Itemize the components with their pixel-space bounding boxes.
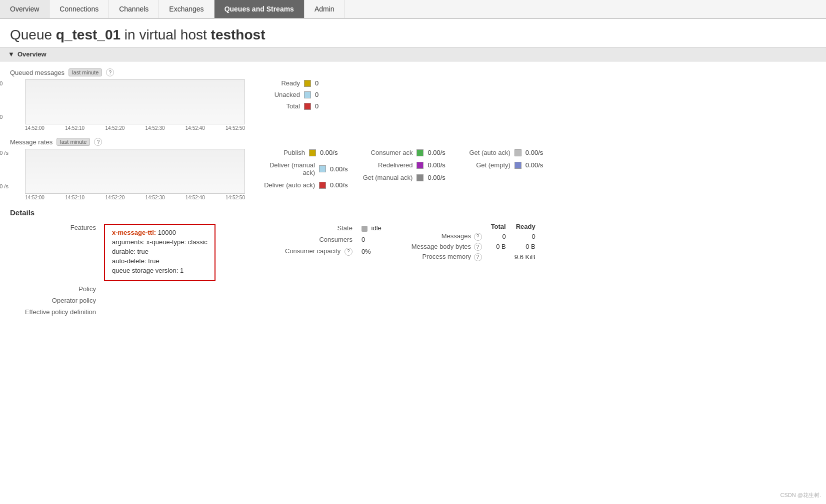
redelivered-value: 0.00/s (428, 161, 445, 169)
chart-y-bottom: 0.0 (0, 114, 2, 120)
messages-label: Messages ? (406, 231, 486, 242)
ready-color (304, 80, 311, 87)
nav-bar: Overview Connections Channels Exchanges … (0, 0, 826, 19)
operator-policy-row: Operator policy (10, 295, 260, 306)
details-right: State idle Consumers 0 Consumer capacity… (280, 222, 540, 262)
messages-ready: 0 (511, 231, 540, 242)
ttl-line: x-message-ttl: 10000 (112, 229, 208, 236)
state-table: State idle Consumers 0 Consumer capacity… (280, 222, 386, 258)
policy-key: Policy (10, 283, 100, 295)
get-empty-label: Get (empty) (460, 161, 510, 169)
last-minute-badge[interactable]: last minute (68, 68, 102, 76)
features-value: x-message-ttl: 10000 arguments: x-queue-… (100, 222, 260, 283)
idle-indicator (362, 226, 368, 232)
consumers-value: 0 (358, 234, 386, 245)
rates-last-minute-badge[interactable]: last minute (56, 138, 90, 146)
chart-y-top: 1.0 (0, 80, 2, 86)
process-memory-value: 9.6 KiB (486, 252, 540, 262)
body-bytes-total: 0 B (486, 242, 511, 252)
features-box: x-message-ttl: 10000 arguments: x-queue-… (104, 224, 216, 281)
autodelete-line: auto-delete: true (112, 257, 208, 265)
effective-policy-key: Effective policy definition (10, 306, 100, 318)
queued-messages-help[interactable]: ? (106, 68, 114, 76)
process-memory-help[interactable]: ? (474, 253, 482, 261)
vhost-name: testhost (211, 27, 266, 42)
body-bytes-label: Message body bytes ? (406, 242, 486, 252)
messages-header-row: Total Ready (406, 222, 540, 231)
rates-y-top: 1.0 /s (0, 150, 8, 156)
rate-deliver-auto: Deliver (auto ack) 0.00/s (260, 181, 348, 189)
body-bytes-help[interactable]: ? (474, 243, 482, 251)
chart-x-labels-queued: 14:52:00 14:52:10 14:52:20 14:52:30 14:5… (25, 125, 245, 131)
rate-deliver-manual: Deliver (manual ack) 0.00/s (260, 161, 348, 176)
deliver-auto-label: Deliver (auto ack) (260, 181, 315, 189)
get-auto-label: Get (auto ack) (460, 149, 510, 156)
capacity-help[interactable]: ? (344, 248, 352, 256)
nav-connections[interactable]: Connections (50, 0, 109, 18)
unacked-color (304, 91, 311, 98)
get-manual-label: Get (manual ack) (362, 174, 412, 181)
storage-line: queue storage version: 1 (112, 267, 208, 274)
features-table: Features x-message-ttl: 10000 arguments:… (10, 222, 260, 318)
nav-channels[interactable]: Channels (109, 0, 159, 18)
policy-row: Policy (10, 283, 260, 295)
messages-row: Messages ? 0 0 (406, 231, 540, 242)
details-section: Details Features x-message-ttl: 10000 ar… (0, 208, 826, 328)
body-bytes-row: Message body bytes ? 0 B 0 B (406, 242, 540, 252)
nav-overview[interactable]: Overview (0, 0, 50, 18)
rates-col-2: Consumer ack 0.00/s Redelivered 0.00/s G… (362, 149, 445, 189)
message-rates-row: 1.0 /s 0.0 /s 14:52:00 14:52:10 14:52:20… (10, 149, 816, 200)
get-manual-value: 0.00/s (428, 174, 445, 181)
args-line: arguments: x-queue-type: classic (112, 238, 208, 246)
rate-publish: Publish 0.00/s (260, 149, 348, 156)
consumers-row: Consumers 0 (281, 234, 386, 245)
chart-box-queued (25, 79, 245, 124)
get-empty-value: 0.00/s (526, 161, 543, 169)
rate-get-manual: Get (manual ack) 0.00/s (362, 174, 445, 181)
consumer-ack-color (416, 149, 424, 156)
process-memory-label: Process memory ? (406, 252, 486, 262)
effective-policy-row: Effective policy definition (10, 306, 260, 318)
ready-label: Ready (260, 79, 300, 87)
redelivered-color (416, 162, 424, 169)
state-value: idle (358, 223, 386, 233)
body-bytes-ready: 0 B (511, 242, 540, 252)
deliver-manual-color (319, 165, 326, 172)
deliver-manual-value: 0.00/s (330, 165, 348, 173)
publish-label: Publish (260, 149, 305, 156)
state-key: State (281, 223, 356, 233)
messages-help[interactable]: ? (474, 233, 482, 241)
state-row: State idle (281, 223, 386, 233)
details-title: Details (10, 208, 816, 217)
rates-y-bottom: 0.0 /s (0, 183, 8, 189)
nav-admin[interactable]: Admin (304, 0, 345, 18)
deliver-manual-label: Deliver (manual ack) (260, 161, 315, 176)
stat-ready: Ready 0 (260, 79, 400, 87)
get-auto-color (514, 149, 522, 156)
deliver-auto-color (319, 182, 326, 189)
nav-queues-and-streams[interactable]: Queues and Streams (214, 0, 304, 18)
get-manual-color (416, 174, 424, 181)
nav-exchanges[interactable]: Exchanges (159, 0, 214, 18)
rate-get-empty: Get (empty) 0.00/s (460, 161, 543, 169)
capacity-row: Consumer capacity ? 0% (281, 246, 386, 257)
process-memory-row: Process memory ? 9.6 KiB (406, 252, 540, 262)
capacity-value: 0% (358, 246, 386, 257)
total-value: 0 (315, 102, 318, 110)
chart-x-labels-rates: 14:52:00 14:52:10 14:52:20 14:52:30 14:5… (25, 195, 245, 200)
operator-policy-key: Operator policy (10, 295, 100, 306)
total-color (304, 103, 311, 110)
unacked-value: 0 (315, 91, 318, 98)
messages-total: 0 (486, 231, 511, 242)
message-rates-label: Message rates last minute ? (10, 138, 816, 146)
overview-section-label: Overview (18, 50, 46, 58)
publish-value: 0.00/s (320, 149, 338, 156)
rates-help[interactable]: ? (94, 138, 102, 146)
consumers-key: Consumers (281, 234, 356, 245)
details-layout: Features x-message-ttl: 10000 arguments:… (10, 222, 816, 318)
messages-summary-table: Total Ready Messages ? 0 0 (406, 222, 540, 262)
message-rates-chart: 1.0 /s 0.0 /s 14:52:00 14:52:10 14:52:20… (10, 149, 240, 200)
overview-section-header[interactable]: ▼ Overview (0, 47, 826, 61)
features-row: Features x-message-ttl: 10000 arguments:… (10, 222, 260, 283)
rates-col-3: Get (auto ack) 0.00/s Get (empty) 0.00/s (460, 149, 543, 189)
